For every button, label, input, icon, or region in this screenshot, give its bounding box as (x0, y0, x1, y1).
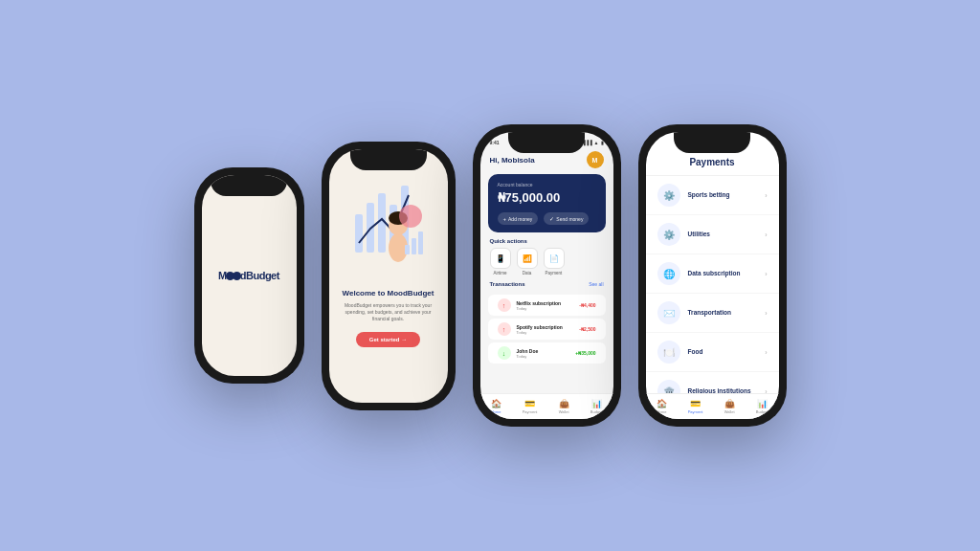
svg-point-8 (399, 205, 422, 228)
p-payment-icon: 💳 (690, 399, 701, 408)
payment-item-data[interactable]: 🌐 Data subscription › (646, 254, 779, 294)
payment-item-food[interactable]: 🍽️ Food › (646, 333, 779, 372)
add-money-button[interactable]: + Add money (498, 212, 539, 225)
card-actions: + Add money ✓ Send money (498, 212, 596, 225)
transactions-title: Transactions (490, 281, 525, 287)
p-nav-home[interactable]: 🏠 Home (657, 399, 667, 414)
phone-payments: Payments ⚙️ Sports betting › ⚙️ Utilitie… (638, 124, 787, 427)
tx-amount-1: -₦4,400 (579, 302, 595, 308)
budget-icon: 📊 (591, 399, 602, 408)
nav-wallet-label: Wallet (559, 409, 569, 414)
p-wallet-label: Wallet (724, 409, 735, 414)
chevron-icon-2: › (765, 231, 767, 238)
phone-welcome: Welcome to MoodBudget MoodBudget empower… (322, 142, 456, 410)
balance-card: Account balance ₦75,000.00 + Add money ✓… (488, 174, 606, 232)
payment-item-religious[interactable]: 🏛️ Religious institutions › (646, 372, 779, 393)
quick-action-airtime[interactable]: 📱 Airtime (490, 248, 511, 276)
svg-rect-11 (418, 231, 423, 254)
splash-screen: MdBudget (202, 175, 297, 376)
welcome-desc: MoodBudget empowers you to track your sp… (329, 302, 448, 322)
svg-rect-9 (405, 245, 410, 254)
nav-wallet[interactable]: 👜 Wallet (559, 399, 569, 414)
utilities-icon: ⚙️ (657, 223, 680, 246)
sports-label: Sports betting (688, 191, 758, 199)
p-budget-icon: 📊 (757, 399, 768, 408)
get-started-button[interactable]: Get started → (356, 332, 420, 347)
balance-label: Account balance (498, 182, 596, 187)
chevron-icon-4: › (765, 310, 767, 317)
data-icon: 📶 (517, 248, 538, 269)
quick-action-payment[interactable]: 📄 Payment (544, 248, 565, 276)
phone-splash: MdBudget (194, 167, 304, 384)
p-home-icon: 🏠 (657, 399, 667, 408)
nav-budget-label: Budget (590, 409, 603, 414)
welcome-illustration (345, 176, 432, 281)
phone-dashboard: 9:41 ▐▐▐ ▲ ▮ Hi, Mobisola M Account bala… (473, 124, 621, 427)
data-sub-icon: 🌐 (657, 262, 680, 285)
quick-action-data[interactable]: 📶 Data (517, 248, 538, 276)
p-budget-label: Budget (756, 409, 768, 414)
send-icon: ✓ (549, 215, 554, 222)
p-wallet-icon: 👜 (724, 399, 735, 408)
welcome-screen: Welcome to MoodBudget MoodBudget empower… (329, 149, 448, 403)
sports-icon: ⚙️ (657, 184, 680, 207)
payments-screen: Payments ⚙️ Sports betting › ⚙️ Utilitie… (646, 132, 779, 419)
welcome-title: Welcome to MoodBudget (343, 289, 434, 298)
quick-actions-title: Quick actions (480, 238, 613, 248)
transactions-list: ↑ Netflix subscription Today -₦4,400 ↑ S… (480, 295, 613, 366)
avatar[interactable]: M (587, 151, 604, 168)
svg-rect-0 (355, 214, 363, 253)
nav-payment[interactable]: 💳 Payment (523, 399, 538, 414)
debit-icon-2: ↑ (498, 322, 511, 336)
tx-amount-3: +₦35,000 (575, 350, 595, 356)
nav-payment-label: Payment (523, 409, 538, 414)
quick-actions-row: 📱 Airtime 📶 Data 📄 Payment (480, 248, 613, 281)
p-nav-payment[interactable]: 💳 Payment (688, 399, 703, 414)
status-time: 9:41 (490, 140, 500, 145)
utilities-label: Utilities (688, 231, 758, 238)
see-all-link[interactable]: See all (589, 281, 603, 287)
greeting-text: Hi, Mobisola (490, 156, 535, 165)
add-money-label: Add money (508, 216, 532, 222)
tx-info-2: Spotify subscription Today (517, 324, 574, 335)
payment-nav-icon: 💳 (524, 399, 535, 408)
transaction-row: ↑ Netflix subscription Today -₦4,400 (488, 295, 606, 316)
phones-container: MdBudget (175, 0, 806, 551)
transaction-row: ↓ John Doe Today +₦35,000 (488, 342, 606, 364)
payment-item-sports[interactable]: ⚙️ Sports betting › (646, 176, 779, 215)
battery-icon: ▮ (601, 140, 604, 145)
send-money-button[interactable]: ✓ Send money (544, 212, 589, 225)
payment-item-transport[interactable]: ✉️ Transportation › (646, 294, 779, 333)
payment-item-utilities[interactable]: ⚙️ Utilities › (646, 215, 779, 254)
tx-date-1: Today (517, 306, 574, 311)
tx-amount-2: -₦2,500 (579, 326, 595, 332)
bottom-nav: 🏠 Home 💳 Payment 👜 Wallet 📊 Budget (480, 393, 613, 419)
nav-home-label: Home (491, 409, 501, 414)
p-nav-wallet[interactable]: 👜 Wallet (724, 399, 735, 414)
wifi-icon: ▲ (594, 140, 599, 145)
home-icon: 🏠 (491, 399, 501, 408)
balance-amount: ₦75,000.00 (498, 190, 596, 205)
notch-4 (674, 132, 750, 153)
data-sub-label: Data subscription (688, 270, 758, 277)
transport-icon: ✉️ (657, 301, 680, 324)
nav-budget[interactable]: 📊 Budget (590, 399, 603, 414)
svg-rect-10 (412, 238, 416, 254)
p-nav-budget[interactable]: 📊 Budget (756, 399, 768, 414)
tx-date-2: Today (517, 330, 574, 335)
wallet-icon: 👜 (559, 399, 569, 408)
nav-home[interactable]: 🏠 Home (491, 399, 501, 414)
payment-list: ⚙️ Sports betting › ⚙️ Utilities › 🌐 Dat… (646, 176, 779, 393)
plus-icon: + (503, 216, 507, 222)
credit-icon-1: ↓ (498, 346, 511, 360)
send-money-label: Send money (556, 216, 583, 222)
notch-3 (508, 132, 585, 153)
transactions-header: Transactions See all (480, 281, 613, 291)
status-icons: ▐▐▐ ▲ ▮ (582, 140, 604, 145)
data-label: Data (523, 271, 532, 276)
notch-2 (350, 149, 427, 170)
p-home-label: Home (657, 409, 667, 414)
transport-label: Transportation (688, 309, 758, 317)
tx-info-1: Netflix subscription Today (517, 300, 574, 311)
debit-icon-1: ↑ (498, 298, 511, 312)
